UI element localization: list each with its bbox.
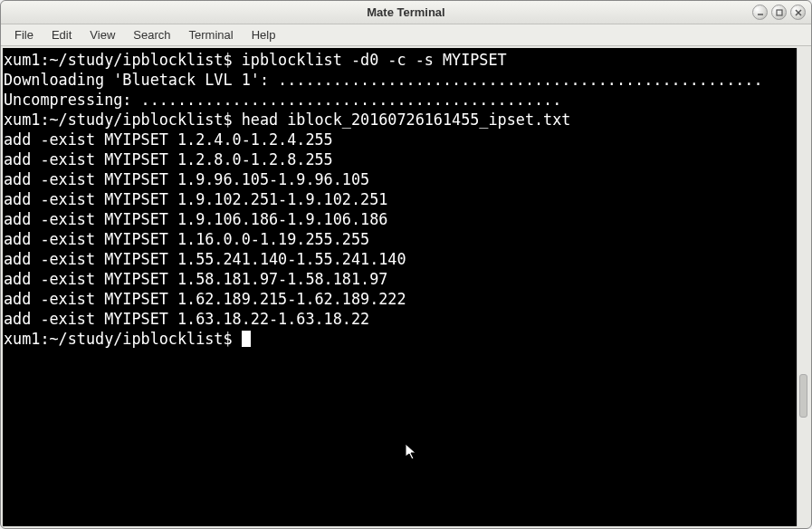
term-line: add -exist MYIPSET 1.2.8.0-1.2.8.255	[4, 149, 796, 169]
term-line: Downloading 'Bluetack LVL 1': ..........…	[4, 70, 796, 90]
window-title: Mate Terminal	[367, 5, 444, 19]
maximize-button[interactable]	[771, 5, 787, 20]
term-line: add -exist MYIPSET 1.62.189.215-1.62.189…	[4, 289, 796, 309]
term-line: add -exist MYIPSET 1.55.241.140-1.55.241…	[4, 249, 796, 269]
terminal-cursor	[242, 331, 251, 347]
terminal-window: Mate Terminal File Edit View Search Term…	[0, 0, 812, 529]
term-line: add -exist MYIPSET 1.58.181.97-1.58.181.…	[4, 269, 796, 289]
menubar: File Edit View Search Terminal Help	[1, 24, 811, 46]
menu-view[interactable]: View	[81, 25, 123, 44]
menu-terminal[interactable]: Terminal	[181, 25, 242, 44]
menu-edit[interactable]: Edit	[43, 25, 80, 44]
term-line: add -exist MYIPSET 1.16.0.0-1.19.255.255	[4, 229, 796, 249]
close-button[interactable]	[790, 5, 806, 20]
window-controls	[752, 5, 806, 20]
term-prompt-line: xum1:~/study/ipblocklist$	[4, 329, 796, 349]
term-line: add -exist MYIPSET 1.63.18.22-1.63.18.22	[4, 309, 796, 329]
term-prompt: xum1:~/study/ipblocklist$	[4, 330, 242, 348]
menu-search[interactable]: Search	[125, 25, 178, 44]
titlebar[interactable]: Mate Terminal	[1, 1, 811, 24]
terminal-content-wrap: xum1:~/study/ipblocklist$ ipblocklist -d…	[1, 46, 811, 528]
term-line: xum1:~/study/ipblocklist$ ipblocklist -d…	[4, 50, 796, 70]
menu-help[interactable]: Help	[244, 25, 284, 44]
svg-rect-1	[777, 10, 782, 15]
term-line: xum1:~/study/ipblocklist$ head iblock_20…	[4, 110, 796, 130]
minimize-button[interactable]	[752, 5, 768, 20]
term-line: add -exist MYIPSET 1.9.96.105-1.9.96.105	[4, 169, 796, 189]
term-line: add -exist MYIPSET 1.9.102.251-1.9.102.2…	[4, 189, 796, 209]
menu-file[interactable]: File	[6, 25, 42, 44]
term-line: add -exist MYIPSET 1.9.106.186-1.9.106.1…	[4, 209, 796, 229]
terminal-output[interactable]: xum1:~/study/ipblocklist$ ipblocklist -d…	[3, 48, 797, 526]
terminal-scrollbar[interactable]	[797, 48, 809, 526]
scrollbar-thumb[interactable]	[799, 374, 807, 418]
term-line: add -exist MYIPSET 1.2.4.0-1.2.4.255	[4, 130, 796, 149]
term-line: Uncompressing: .........................…	[4, 90, 796, 110]
